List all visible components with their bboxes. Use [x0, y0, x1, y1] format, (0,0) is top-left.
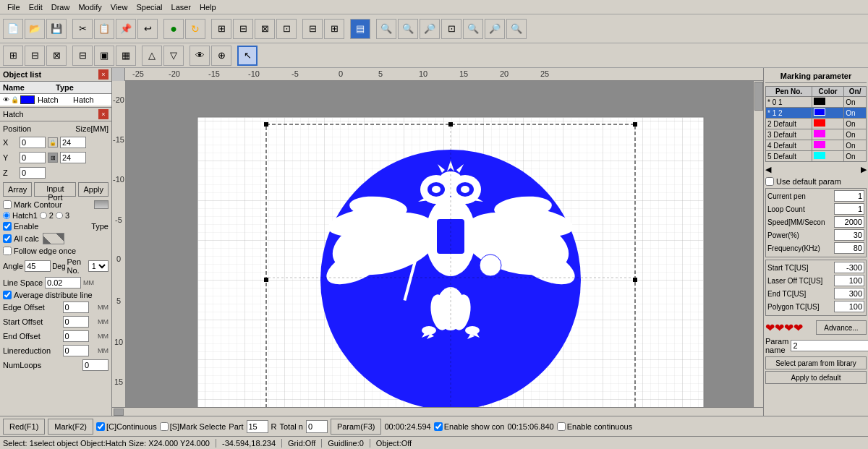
- cursor-btn[interactable]: ↖: [237, 46, 258, 66]
- angle-input[interactable]: [25, 260, 51, 272]
- zoom-100-button[interactable]: 🔍: [463, 19, 483, 39]
- param-f3-button[interactable]: Param(F3): [331, 419, 382, 435]
- tb2-btn5[interactable]: ▣: [94, 46, 114, 66]
- object-list-close-button[interactable]: ×: [98, 69, 109, 80]
- align-button[interactable]: ⊟: [302, 19, 323, 39]
- menu-file[interactable]: File: [3, 1, 25, 13]
- laser-off-tc-input[interactable]: [834, 275, 864, 286]
- apply-button[interactable]: Apply: [78, 182, 109, 197]
- size-w-input[interactable]: [60, 137, 86, 148]
- start-offset-input[interactable]: [63, 316, 89, 328]
- power-input[interactable]: [834, 229, 864, 241]
- end-tc-input[interactable]: [834, 288, 864, 299]
- green-button[interactable]: ●: [163, 19, 184, 39]
- apply-to-default-button[interactable]: Apply to default: [765, 371, 867, 384]
- z-input[interactable]: [20, 167, 46, 179]
- canvas-viewport[interactable]: [125, 81, 763, 407]
- zoom-out-button[interactable]: 🔎: [420, 19, 440, 39]
- start-tc-input[interactable]: [834, 262, 864, 273]
- continuous-checkbox[interactable]: [96, 422, 105, 431]
- enable-show-con-checkbox[interactable]: [434, 422, 443, 431]
- tb2-btn10[interactable]: ⊕: [211, 46, 231, 66]
- paste-button[interactable]: 📌: [116, 19, 136, 39]
- pen-no-select[interactable]: 123: [88, 260, 109, 272]
- tb2-btn6[interactable]: ▦: [116, 46, 136, 66]
- select-param-library-button[interactable]: Select param from library: [765, 356, 867, 369]
- x-input[interactable]: [20, 137, 46, 148]
- tb2-btn7[interactable]: △: [142, 46, 162, 66]
- size-h-input[interactable]: [60, 152, 86, 163]
- zoom-in2-button[interactable]: 🔍: [398, 19, 418, 39]
- object-row-hatch[interactable]: 👁 🔒 Hatch Hatch: [0, 94, 111, 106]
- tb2-btn2[interactable]: ⊟: [25, 46, 45, 66]
- refresh-button[interactable]: ↻: [185, 19, 205, 39]
- hatch1-radio[interactable]: [3, 212, 10, 219]
- hatch-panel-close-button[interactable]: ×: [98, 109, 109, 119]
- show-button[interactable]: ▤: [350, 19, 370, 39]
- hatch3-radio[interactable]: [56, 212, 63, 219]
- s-mark-checkbox[interactable]: [160, 422, 169, 431]
- end-offset-input[interactable]: [63, 330, 89, 342]
- aspect-lock-button[interactable]: ⊞: [48, 153, 58, 163]
- num-loops-input[interactable]: [82, 359, 109, 371]
- edge-offset-input[interactable]: [63, 302, 89, 313]
- mark-f2-button[interactable]: Mark(F2): [48, 419, 93, 435]
- hatch2-radio[interactable]: [40, 212, 47, 219]
- copy-button[interactable]: 📋: [94, 19, 114, 39]
- open-button[interactable]: 📂: [25, 19, 45, 39]
- scrollbar-v-thumb[interactable]: [754, 82, 763, 111]
- use-default-param-checkbox[interactable]: [765, 177, 774, 186]
- pen-row-5[interactable]: 4 Default On: [766, 140, 867, 151]
- loop-count-input[interactable]: [834, 203, 864, 215]
- line-space-input[interactable]: [45, 277, 81, 288]
- menu-edit[interactable]: Edit: [25, 1, 47, 13]
- pen-row-2-selected[interactable]: * 1 2 On: [766, 108, 867, 119]
- group-button[interactable]: ⊞: [324, 19, 344, 39]
- zoom-in-button[interactable]: 🔍: [376, 19, 396, 39]
- lock-button[interactable]: 🔒: [48, 137, 58, 147]
- scrollbar-h-track[interactable]: [124, 409, 762, 416]
- scrollbar-horizontal[interactable]: [112, 407, 763, 416]
- menu-special[interactable]: Special: [132, 1, 166, 13]
- tb2-btn3[interactable]: ⊠: [46, 46, 67, 66]
- menu-laser[interactable]: Laser: [167, 1, 196, 13]
- array-button[interactable]: Array: [3, 182, 32, 197]
- pen-row-1[interactable]: * 0 1 On: [766, 97, 867, 108]
- new-button[interactable]: 📄: [3, 19, 23, 39]
- menu-draw[interactable]: Draw: [47, 1, 75, 13]
- total-no-input[interactable]: [306, 420, 328, 433]
- deselect-button[interactable]: ⊟: [233, 19, 253, 39]
- tb2-btn4[interactable]: ⊟: [72, 46, 93, 66]
- cut-button[interactable]: ✂: [72, 19, 93, 39]
- pen-row-4[interactable]: 3 Default On: [766, 129, 867, 140]
- undo-button[interactable]: ↩: [137, 19, 158, 39]
- zoom-extent-button[interactable]: 🔎: [485, 19, 505, 39]
- pen-row-6[interactable]: 5 Default On: [766, 151, 867, 162]
- red-f1-button[interactable]: Red(F1): [3, 419, 45, 435]
- pen-scroll-left[interactable]: ◀: [765, 165, 771, 174]
- scrollbar-h-thumb[interactable]: [114, 409, 124, 416]
- select-button2[interactable]: ⊡: [276, 19, 297, 39]
- menu-help[interactable]: Help: [195, 1, 221, 13]
- tb2-btn1[interactable]: ⊞: [3, 46, 23, 66]
- all-calc-checkbox[interactable]: [3, 234, 12, 243]
- frequency-input[interactable]: [834, 242, 864, 254]
- scrollbar-vertical[interactable]: [753, 81, 763, 407]
- enable-continuous-checkbox[interactable]: [557, 422, 566, 431]
- tb2-btn8[interactable]: ▽: [163, 46, 184, 66]
- menu-view[interactable]: View: [106, 1, 132, 13]
- line-reduction-input[interactable]: [63, 345, 89, 356]
- avg-dist-checkbox[interactable]: [3, 291, 12, 299]
- input-port-button[interactable]: Input Port: [34, 182, 76, 197]
- current-pen-input[interactable]: [834, 190, 864, 202]
- enable-checkbox[interactable]: [3, 222, 12, 231]
- zoom-fit-button[interactable]: ⊡: [441, 19, 461, 39]
- pen-scroll-right[interactable]: ▶: [861, 165, 867, 174]
- tb2-btn9[interactable]: 👁: [190, 46, 210, 66]
- select-all-button[interactable]: ⊞: [211, 19, 231, 39]
- menu-modify[interactable]: Modify: [74, 1, 106, 13]
- advance-button[interactable]: Advance...: [816, 320, 867, 335]
- follow-edge-checkbox[interactable]: [3, 247, 12, 255]
- param-name-input[interactable]: [791, 340, 868, 351]
- polygon-tc-input[interactable]: [834, 301, 864, 312]
